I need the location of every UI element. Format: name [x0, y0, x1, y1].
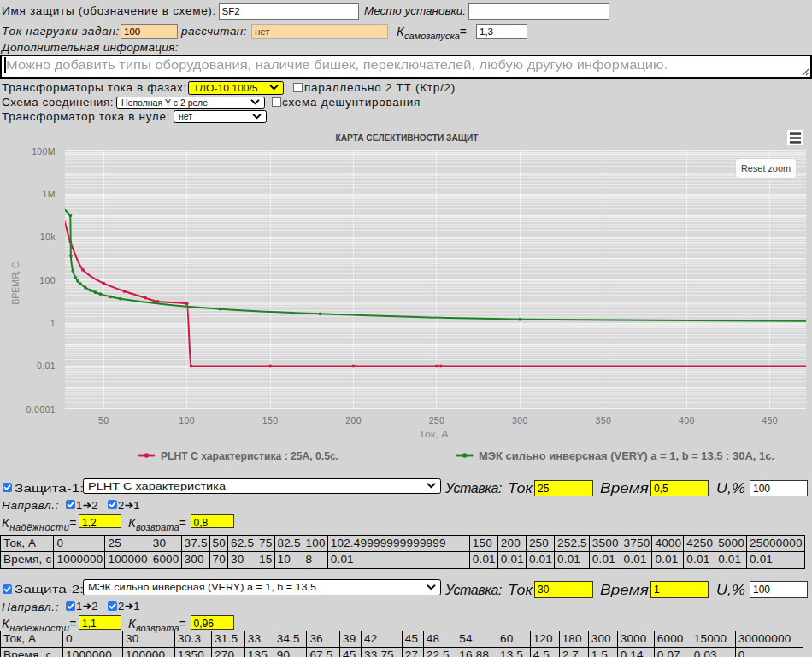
svg-text:Reset zoom: Reset zoom [741, 163, 791, 173]
svg-text:150: 150 [262, 415, 279, 425]
svg-text:200: 200 [345, 415, 362, 425]
svg-text:50: 50 [98, 415, 109, 425]
svg-text:PLHT С характеристика : 25А, 0: PLHT С характеристика : 25А, 0.5с. [161, 450, 338, 462]
svg-text:350: 350 [595, 415, 611, 425]
svg-text:100: 100 [179, 415, 195, 425]
svg-text:ВРЕМЯ, С.: ВРЕМЯ, С. [10, 260, 21, 305]
svg-text:0.01: 0.01 [37, 361, 56, 371]
svg-text:КАРТА СЕЛЕКТИВНОСТИ ЗАЩИТ: КАРТА СЕЛЕКТИВНОСТИ ЗАЩИТ [336, 133, 479, 143]
svg-text:300: 300 [512, 415, 528, 425]
svg-text:100M: 100M [32, 146, 56, 156]
svg-text:0.0001: 0.0001 [26, 404, 56, 414]
svg-text:1: 1 [50, 318, 56, 328]
svg-text:100: 100 [39, 275, 56, 285]
svg-text:1M: 1M [43, 189, 56, 199]
svg-text:400: 400 [679, 415, 695, 425]
svg-text:10k: 10k [40, 232, 56, 242]
svg-text:450: 450 [762, 415, 778, 425]
svg-text:Ток, А.: Ток, А. [419, 429, 451, 439]
svg-text:250: 250 [429, 415, 445, 425]
svg-text:МЭК сильно инверсная (VERY) a: МЭК сильно инверсная (VERY) a = 1, b = 1… [479, 450, 774, 462]
